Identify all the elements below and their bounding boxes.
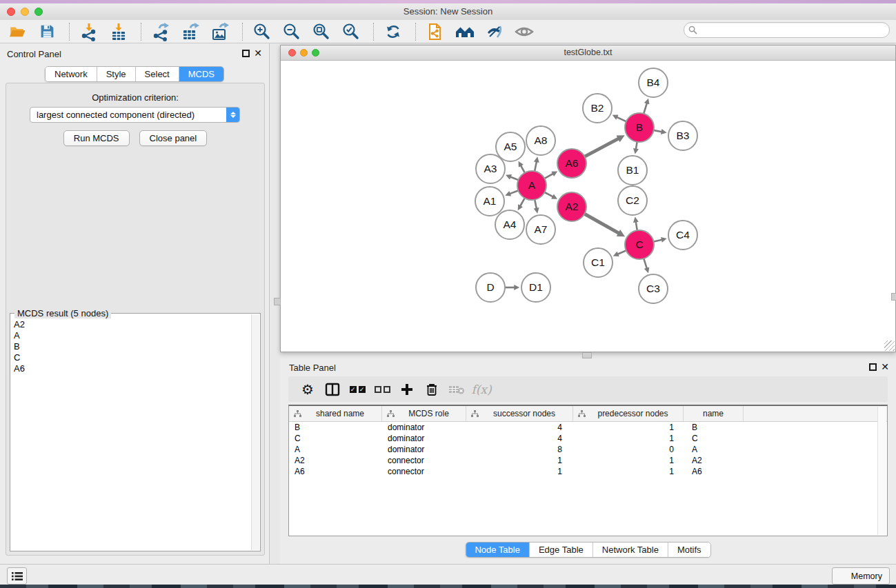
table-row[interactable]: A6connector11A6 (289, 466, 887, 477)
graph-node[interactable]: A4 (495, 210, 524, 239)
tab-network-table[interactable]: Network Table (593, 543, 668, 557)
close-panel-icon[interactable]: ✕ (254, 48, 262, 59)
table-cell[interactable]: dominator (382, 445, 466, 454)
graph-node[interactable]: B1 (618, 156, 647, 185)
table-cell[interactable]: B (289, 423, 382, 432)
table-cell[interactable]: dominator (382, 423, 466, 432)
graph-node[interactable]: C1 (584, 248, 613, 277)
save-icon[interactable] (37, 21, 57, 42)
column-header[interactable]: shared name (289, 406, 382, 421)
column-header[interactable]: name (684, 406, 744, 421)
tab-edge-table[interactable]: Edge Table (530, 543, 593, 557)
graph-node[interactable]: D (476, 273, 505, 302)
table-cell[interactable]: 1 (573, 467, 684, 476)
graph-edge[interactable] (584, 213, 619, 233)
graph-node[interactable]: B (625, 113, 654, 142)
search-input[interactable] (697, 24, 889, 36)
document-network-icon[interactable] (425, 21, 446, 42)
deselect-all-icon[interactable] (370, 379, 395, 400)
table-row[interactable]: Cdominator41C (289, 433, 887, 444)
table-row[interactable]: Bdominator41B (289, 422, 887, 433)
tab-network[interactable]: Network (46, 67, 97, 81)
table-cell[interactable]: 4 (466, 423, 573, 432)
table-cell[interactable]: 0 (573, 445, 684, 454)
table-cell[interactable]: A6 (289, 467, 382, 476)
column-header[interactable]: MCDS role (382, 406, 466, 421)
mcds-result-scrollbar[interactable] (251, 314, 259, 550)
table-cell[interactable]: A6 (684, 467, 744, 476)
table-cell[interactable]: A2 (289, 456, 382, 465)
tab-node-table[interactable]: Node Table (466, 543, 530, 557)
close-panel-icon[interactable]: ✕ (881, 361, 889, 372)
delete-icon[interactable] (419, 379, 444, 400)
table-cell[interactable]: 1 (466, 467, 573, 476)
column-header[interactable]: successor nodes (466, 406, 573, 421)
split-columns-icon[interactable] (320, 379, 345, 400)
table-row[interactable]: A2connector11A2 (289, 455, 887, 466)
houses-icon[interactable] (455, 21, 475, 42)
export-table-icon[interactable] (180, 21, 201, 42)
graph-node[interactable]: C4 (668, 221, 697, 250)
table-cell[interactable]: C (684, 434, 744, 443)
graph-node[interactable]: A8 (526, 126, 555, 155)
table-cell[interactable]: 1 (573, 423, 684, 432)
graph-node[interactable]: C3 (639, 274, 668, 303)
network-graph[interactable]: AA1A2A3A4A5A6A7A8BB1B2B3B4CC1C2C3C4DD1 (281, 61, 895, 351)
table-cell[interactable]: B (684, 423, 744, 432)
graph-node[interactable]: A5 (496, 132, 525, 161)
graph-edge[interactable] (584, 139, 619, 157)
mcds-result-item[interactable]: A6 (12, 363, 250, 374)
window-resize-grip[interactable] (884, 341, 895, 351)
graph-node[interactable]: A6 (557, 149, 586, 178)
add-column-icon[interactable] (395, 379, 419, 400)
eye-icon[interactable] (514, 21, 535, 42)
search-box[interactable] (684, 22, 890, 38)
tab-select[interactable]: Select (136, 67, 179, 81)
float-panel-icon[interactable] (242, 50, 250, 57)
optimization-criterion-dropdown[interactable]: largest connected component (directed) (30, 107, 240, 123)
table-scrollbar[interactable] (877, 407, 886, 535)
table-cell[interactable]: A (684, 445, 744, 454)
delete-table-icon[interactable] (444, 379, 469, 400)
tab-motifs[interactable]: Motifs (668, 543, 710, 557)
table-cell[interactable]: A (289, 445, 382, 454)
zoom-in-icon[interactable] (252, 21, 272, 42)
gear-icon[interactable]: ⚙ (295, 379, 320, 400)
table-cell[interactable]: 1 (573, 456, 684, 465)
zoom-out-icon[interactable] (281, 21, 302, 42)
table-cell[interactable]: 4 (466, 434, 573, 443)
table-cell[interactable]: C (289, 434, 382, 443)
function-icon[interactable]: f(x) (469, 379, 494, 400)
network-vscroll-nub[interactable] (274, 298, 281, 305)
mcds-result-item[interactable]: A2 (12, 319, 250, 330)
graph-node[interactable]: A7 (526, 215, 555, 244)
network-vscroll-nub-right[interactable] (891, 293, 896, 301)
graph-node[interactable]: A3 (476, 154, 505, 183)
table-row[interactable]: Adominator80A (289, 444, 887, 455)
mcds-result-item[interactable]: B (12, 341, 250, 352)
network-canvas[interactable]: AA1A2A3A4A5A6A7A8BB1B2B3B4CC1C2C3C4DD1 (281, 61, 895, 351)
network-hscroll-nub[interactable] (582, 352, 592, 358)
table-cell[interactable]: 1 (573, 434, 684, 443)
import-table-icon[interactable] (108, 21, 129, 42)
table-cell[interactable]: connector (382, 467, 466, 476)
memory-button[interactable]: Memory (832, 567, 890, 585)
graph-node[interactable]: A (517, 171, 546, 200)
float-panel-icon[interactable] (869, 363, 877, 371)
run-mcds-button[interactable]: Run MCDS (63, 130, 130, 146)
close-panel-button[interactable]: Close panel (139, 130, 208, 146)
graph-node[interactable]: A1 (475, 187, 504, 216)
column-header[interactable]: predecessor nodes (573, 406, 684, 421)
select-all-icon[interactable]: ✓✓ (345, 379, 370, 400)
table-cell[interactable]: connector (382, 456, 466, 465)
graph-node[interactable]: C (625, 230, 654, 259)
mcds-result-item[interactable]: C (12, 352, 250, 363)
graph-node[interactable]: C2 (618, 186, 647, 215)
tab-style[interactable]: Style (97, 67, 136, 81)
table-cell[interactable]: A2 (684, 456, 744, 465)
node-table[interactable]: shared nameMCDS rolesuccessor nodesprede… (288, 405, 888, 536)
zoom-selected-icon[interactable] (341, 21, 361, 42)
graph-node[interactable]: D1 (521, 273, 550, 302)
mcds-result-item[interactable]: A (12, 330, 250, 341)
zoom-fit-icon[interactable] (311, 21, 332, 42)
